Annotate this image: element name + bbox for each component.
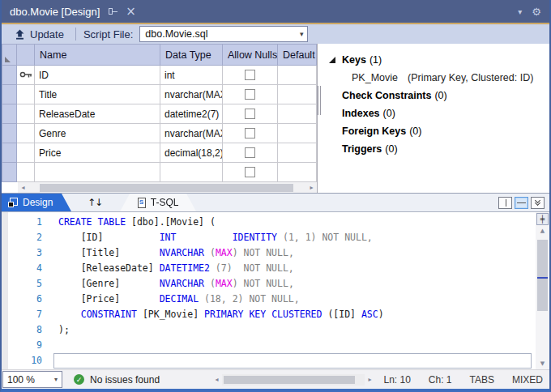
- pane-layout-buttons: [498, 197, 545, 209]
- split-horizontal-icon[interactable]: [515, 197, 528, 209]
- tab-design[interactable]: Design: [2, 194, 71, 211]
- data-type-cell[interactable]: [160, 163, 223, 182]
- code-line: 6 [Price] DECIMAL (18, 2) NOT NULL,: [8, 292, 536, 307]
- script-file-combobox[interactable]: dbo.Movie.sql ▾: [139, 26, 308, 42]
- editor-hscrollbar-thumb[interactable]: [224, 376, 355, 384]
- data-type-cell[interactable]: nvarchar(MAX): [160, 85, 223, 104]
- code-token: DECIMAL: [160, 293, 199, 305]
- scroll-right-icon[interactable]: ▸: [365, 376, 375, 383]
- column-name-cell[interactable]: Genre: [35, 124, 160, 143]
- scroll-down-icon[interactable]: ▼: [536, 359, 549, 369]
- grid-scrollbar-thumb[interactable]: [40, 184, 293, 192]
- row-selector[interactable]: [2, 66, 17, 85]
- zoom-arrow-icon[interactable]: ▾: [54, 376, 58, 383]
- table-row[interactable]: Genrenvarchar(MAX): [2, 124, 317, 143]
- allow-nulls-checkbox[interactable]: [245, 147, 255, 158]
- column-header-default[interactable]: Default: [278, 45, 317, 66]
- column-name-cell[interactable]: ID: [35, 66, 160, 85]
- data-type-cell[interactable]: int: [160, 66, 223, 85]
- column-header-name[interactable]: Name: [35, 45, 160, 66]
- tsql-editor[interactable]: 1CREATE TABLE [dbo].[Movie] (2 [ID] INT …: [2, 212, 549, 369]
- column-name-cell[interactable]: Price: [35, 143, 160, 163]
- pin-icon[interactable]: [107, 6, 118, 16]
- scroll-right-icon[interactable]: ▸: [306, 182, 317, 193]
- update-button[interactable]: Update: [8, 26, 70, 42]
- code-text[interactable]: [Title] NVARCHAR (MAX) NOT NULL,: [53, 245, 532, 261]
- scroll-left-icon[interactable]: ◂: [211, 376, 222, 383]
- row-selector[interactable]: [2, 163, 17, 182]
- mixed-indicator: MIXED: [512, 374, 543, 386]
- default-cell[interactable]: [278, 104, 317, 124]
- select-all-icon: [5, 57, 11, 62]
- table-row[interactable]: ReleaseDatedatetime2(7): [2, 104, 317, 124]
- panel-section-header[interactable]: Check Constraints(0): [321, 87, 549, 104]
- default-cell[interactable]: [278, 143, 317, 163]
- panel-section-header[interactable]: Keys(1): [321, 51, 549, 69]
- scroll-up-icon[interactable]: ▲: [536, 226, 549, 236]
- swap-panes-button[interactable]: ↑↓: [84, 195, 105, 210]
- default-cell[interactable]: [278, 124, 317, 143]
- row-selector[interactable]: [2, 85, 17, 104]
- code-text[interactable]: [Genre] NVARCHAR (MAX) NOT NULL,: [53, 276, 532, 292]
- table-row[interactable]: Pricedecimal(18,2): [2, 143, 317, 163]
- code-area[interactable]: 1CREATE TABLE [dbo].[Movie] (2 [ID] INT …: [8, 212, 536, 369]
- default-cell[interactable]: [278, 85, 317, 104]
- grid-scrollbar-track[interactable]: [28, 182, 306, 193]
- row-selector[interactable]: [2, 124, 17, 143]
- allow-nulls-checkbox[interactable]: [245, 128, 255, 138]
- code-text[interactable]: CONSTRAINT [PK_Movie] PRIMARY KEY CLUSTE…: [53, 307, 532, 322]
- allow-nulls-checkbox[interactable]: [245, 167, 255, 177]
- collapse-pane-icon[interactable]: [531, 197, 545, 209]
- document-tab[interactable]: dbo.Movie [Design] ×: [2, 0, 146, 23]
- code-text[interactable]: [ReleaseDate] DATETIME2 (7) NOT NULL,: [53, 261, 532, 276]
- code-text[interactable]: [53, 353, 532, 369]
- combo-arrow-icon[interactable]: ▾: [296, 30, 307, 38]
- data-type-cell[interactable]: nvarchar(MAX): [160, 124, 223, 143]
- gear-icon[interactable]: ⚙: [532, 6, 541, 18]
- allow-nulls-checkbox[interactable]: [245, 70, 255, 80]
- code-text[interactable]: [ID] INT IDENTITY (1, 1) NOT NULL,: [53, 230, 532, 245]
- panel-section-header[interactable]: Indexes(0): [321, 104, 549, 122]
- allow-nulls-checkbox[interactable]: [245, 89, 255, 100]
- panel-item[interactable]: PK_Movie(Primary Key, Clustered: ID): [321, 69, 549, 87]
- scroll-left-icon[interactable]: ◂: [18, 182, 28, 193]
- default-cell[interactable]: [278, 163, 317, 182]
- zoom-combobox[interactable]: 100 % ▾: [2, 371, 62, 388]
- default-cell[interactable]: [278, 66, 317, 85]
- close-icon[interactable]: ×: [126, 6, 136, 18]
- code-text[interactable]: CREATE TABLE [dbo].[Movie] (: [53, 215, 532, 230]
- row-selector[interactable]: [2, 143, 17, 163]
- data-type-cell[interactable]: datetime2(7): [160, 104, 223, 124]
- update-label: Update: [30, 28, 64, 40]
- allow-nulls-checkbox[interactable]: [245, 109, 255, 119]
- window-menu-icon[interactable]: ▾: [518, 7, 522, 16]
- grid-horizontal-scrollbar[interactable]: ◂ ▸: [18, 182, 317, 193]
- column-name-cell[interactable]: ReleaseDate: [35, 104, 160, 124]
- pane-splitter[interactable]: [317, 44, 321, 193]
- editor-scrollbar-track[interactable]: [536, 236, 549, 359]
- split-window-handle[interactable]: ╪: [536, 213, 549, 225]
- code-token: ) NOT NULL,: [233, 247, 294, 258]
- column-name-cell[interactable]: [35, 163, 160, 182]
- table-row[interactable]: [2, 163, 317, 182]
- tab-tsql[interactable]: S T-SQL: [120, 194, 196, 211]
- code-text[interactable]: [53, 338, 532, 353]
- data-type-cell[interactable]: decimal(18,2): [160, 143, 223, 163]
- row-selector[interactable]: [2, 104, 17, 124]
- editor-vertical-scrollbar[interactable]: ╪ ▲ ▼: [536, 212, 549, 369]
- column-header-allow-nulls[interactable]: Allow Nulls: [223, 45, 278, 66]
- code-text[interactable]: [Price] DECIMAL (18, 2) NOT NULL,: [53, 292, 532, 307]
- table-row[interactable]: IDint: [2, 66, 317, 85]
- split-vertical-icon[interactable]: [498, 197, 512, 209]
- column-name-cell[interactable]: Title: [35, 85, 160, 104]
- column-header-data-type[interactable]: Data Type: [160, 45, 223, 66]
- editor-horizontal-scrollbar[interactable]: [222, 374, 365, 386]
- expander-icon[interactable]: [329, 57, 335, 63]
- select-all-corner[interactable]: [2, 45, 17, 66]
- panel-section-header[interactable]: Foreign Keys(0): [321, 122, 549, 140]
- editor-scrollbar-thumb[interactable]: [537, 240, 548, 311]
- panel-section-header[interactable]: Triggers(0): [321, 140, 549, 158]
- code-text[interactable]: );: [53, 322, 532, 338]
- table-row[interactable]: Titlenvarchar(MAX): [2, 85, 317, 104]
- panel-section-count: (0): [409, 126, 421, 137]
